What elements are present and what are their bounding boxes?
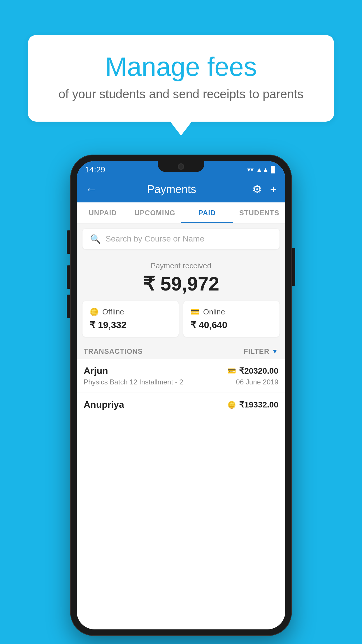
tab-unpaid[interactable]: UNPAID xyxy=(77,202,129,223)
student-name-2: Anupriya xyxy=(84,399,124,410)
search-input[interactable]: Search by Course or Name xyxy=(106,234,204,244)
speech-bubble: Manage fees of your students and send re… xyxy=(28,35,334,122)
online-card-header: 💳 Online xyxy=(190,307,273,316)
amount-value-1: ₹20320.00 xyxy=(239,366,278,376)
payment-received-label: Payment received xyxy=(82,261,280,270)
phone-outer: 14:29 ▾▾ ▲▲ ▊ ← Payments ⚙ + UNPAID xyxy=(70,155,292,636)
offline-amount: ₹ 19,332 xyxy=(89,319,172,330)
app-actions: ⚙ + xyxy=(252,183,277,196)
offline-payment-icon: 🪙 xyxy=(89,307,99,316)
app-title: Payments xyxy=(147,183,196,196)
online-amount: ₹ 40,640 xyxy=(190,319,273,330)
battery-icon: ▊ xyxy=(271,166,276,174)
phone-device: 14:29 ▾▾ ▲▲ ▊ ← Payments ⚙ + UNPAID xyxy=(70,155,292,636)
hero-title: Manage fees xyxy=(51,52,311,81)
transaction-date-1: 06 June 2019 xyxy=(236,378,278,386)
payment-cards-row: 🪙 Offline ₹ 19,332 💳 Online ₹ 40,640 xyxy=(77,301,285,343)
transaction-amount-1: 💳 ₹20320.00 xyxy=(227,366,278,376)
add-button[interactable]: + xyxy=(270,183,277,196)
hero-subtitle: of your students and send receipts to pa… xyxy=(51,87,311,101)
tab-students[interactable]: STUDENTS xyxy=(233,202,285,223)
filter-label: FILTER xyxy=(244,347,269,356)
online-payment-icon: 💳 xyxy=(190,307,200,316)
table-row[interactable]: Anupriya 🪙 ₹19332.00 xyxy=(77,393,285,413)
online-label: Online xyxy=(203,307,225,316)
filter-button[interactable]: FILTER ▼ xyxy=(244,347,278,356)
phone-notch xyxy=(158,161,204,172)
app-bar: ← Payments ⚙ + xyxy=(77,176,285,202)
tab-upcoming[interactable]: UPCOMING xyxy=(129,202,181,223)
online-card: 💳 Online ₹ 40,640 xyxy=(183,301,280,337)
offline-label: Offline xyxy=(102,307,124,316)
phone-screen: 14:29 ▾▾ ▲▲ ▊ ← Payments ⚙ + UNPAID xyxy=(77,161,285,629)
payment-received-section: Payment received ₹ 59,972 xyxy=(77,254,285,301)
signal-icon: ▲▲ xyxy=(256,166,269,174)
wifi-icon: ▾▾ xyxy=(247,166,254,174)
search-bar[interactable]: 🔍 Search by Course or Name xyxy=(82,229,280,249)
content-area: 🔍 Search by Course or Name Payment recei… xyxy=(77,223,285,413)
transactions-label: TRANSACTIONS xyxy=(84,347,143,356)
back-button[interactable]: ← xyxy=(85,183,97,196)
course-info-1: Physics Batch 12 Installment - 2 xyxy=(84,378,183,386)
table-row[interactable]: Arjun 💳 ₹20320.00 Physics Batch 12 Insta… xyxy=(77,359,285,393)
transaction-bottom-1: Physics Batch 12 Installment - 2 06 June… xyxy=(84,378,278,386)
payment-received-amount: ₹ 59,972 xyxy=(82,273,280,295)
student-name-1: Arjun xyxy=(84,365,108,376)
offline-card-header: 🪙 Offline xyxy=(89,307,172,316)
offline-pay-icon-2: 🪙 xyxy=(227,401,236,409)
amount-value-2: ₹19332.00 xyxy=(239,400,278,410)
settings-button[interactable]: ⚙ xyxy=(252,183,262,196)
transaction-amount-2: 🪙 ₹19332.00 xyxy=(227,400,278,410)
tabs: UNPAID UPCOMING PAID STUDENTS xyxy=(77,202,285,223)
hero-section: Manage fees of your students and send re… xyxy=(28,35,334,122)
camera xyxy=(178,163,184,170)
status-icons: ▾▾ ▲▲ ▊ xyxy=(247,166,276,174)
tab-paid[interactable]: PAID xyxy=(181,202,233,223)
offline-card: 🪙 Offline ₹ 19,332 xyxy=(82,301,179,337)
transaction-top-2: Anupriya 🪙 ₹19332.00 xyxy=(84,399,278,410)
transaction-top-1: Arjun 💳 ₹20320.00 xyxy=(84,365,278,376)
online-pay-icon-1: 💳 xyxy=(227,367,236,375)
filter-icon: ▼ xyxy=(272,348,278,355)
status-time: 14:29 xyxy=(85,165,105,174)
search-icon: 🔍 xyxy=(90,234,101,244)
transactions-header: TRANSACTIONS FILTER ▼ xyxy=(77,343,285,359)
